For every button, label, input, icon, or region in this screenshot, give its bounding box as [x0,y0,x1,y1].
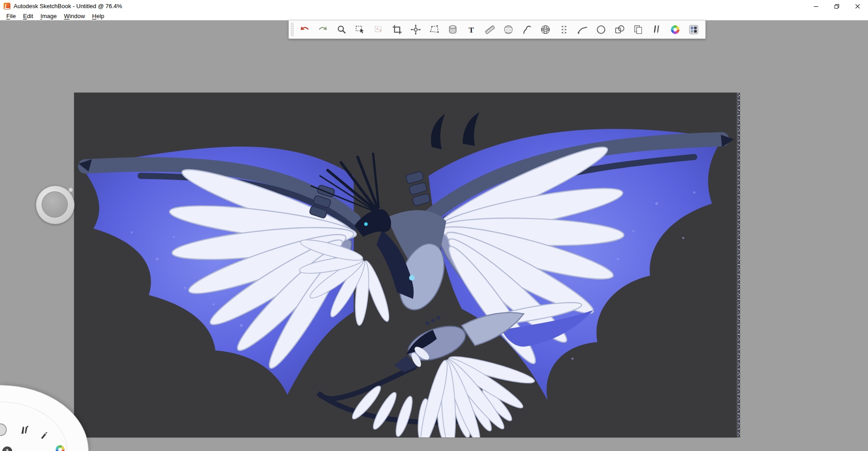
window-controls [806,0,868,12]
close-icon [855,4,860,9]
menu-item-window[interactable]: Window [61,13,89,19]
window-title: Autodesk SketchBook - Untitled @ 76.4% [14,3,122,9]
steady-stroke-button[interactable] [573,21,592,38]
menu-item-file[interactable]: File [3,13,19,19]
brush-puck-inner [42,191,68,218]
shapes-icon [614,24,625,35]
color-wheel-icon [670,24,681,35]
shapes-button[interactable] [610,21,629,38]
brush-library-button[interactable] [647,21,666,38]
symmetry-icon [558,24,570,35]
toolbar-grip[interactable] [291,23,294,36]
import-image-button[interactable] [629,21,647,38]
quick-selection-icon [373,24,384,35]
color-editor-button[interactable] [666,21,684,38]
fill-icon [447,24,458,35]
brush-tool-icon[interactable] [40,430,50,442]
brush-palette-icon[interactable] [19,424,31,437]
undo-icon [299,24,310,35]
magnifier-icon [336,24,347,35]
french-curve-button[interactable] [518,21,536,38]
ellipse-guide-button[interactable] [499,21,518,38]
restore-icon [834,4,840,9]
text-icon: T [466,24,477,35]
close-button[interactable] [847,0,868,12]
fill-button[interactable] [443,21,462,38]
ruler-icon [484,24,495,35]
import-image-icon [632,24,644,35]
perspective-icon [540,24,551,35]
transform-icon [410,24,421,35]
symmetry-button[interactable] [555,21,573,38]
ellipse-button[interactable] [592,21,610,38]
french-curve-icon [521,24,533,35]
brush-library-icon [651,24,662,35]
steady-stroke-icon [577,24,588,35]
menu-item-help[interactable]: Help [89,13,108,19]
minimize-icon [813,4,819,9]
canvas[interactable] [74,93,737,437]
crop-icon [392,24,403,35]
zoom-button[interactable] [332,21,351,38]
title-bar: Autodesk SketchBook - Untitled @ 76.4% [0,0,868,12]
menu-item-edit[interactable]: Edit [19,13,37,19]
dragon-artwork [74,93,737,437]
app-icon [4,3,10,9]
redo-icon [317,24,329,35]
main-toolbar: T [288,20,706,39]
quick-selection-button[interactable] [369,21,388,38]
ellipse-guide-icon [503,24,514,35]
menu-item-image[interactable]: Image [37,13,60,19]
undo-button[interactable] [295,21,314,38]
ellipse-icon [595,24,607,35]
selection-button[interactable] [351,21,369,38]
layer-editor-icon [688,24,699,35]
lagoon-color-wheel-icon[interactable] [54,444,66,451]
redo-button[interactable] [314,21,332,38]
canvas-edge-artifact [737,93,740,437]
layer-editor-button[interactable] [684,21,703,38]
ruler-button[interactable] [481,21,499,38]
restore-button[interactable] [826,0,847,12]
distort-icon [429,24,440,35]
perspective-button[interactable] [536,21,555,38]
svg-text:T: T [469,25,474,34]
workspace: A [0,20,868,451]
text-button[interactable]: T [462,21,481,38]
transform-button[interactable] [406,21,425,38]
crop-button[interactable] [388,21,406,38]
brush-puck-handle-dot [68,187,73,192]
distort-button[interactable] [425,21,443,38]
minimize-button[interactable] [806,0,826,12]
menu-bar: File Edit Image Window Help [0,12,868,20]
selection-icon [354,24,366,35]
